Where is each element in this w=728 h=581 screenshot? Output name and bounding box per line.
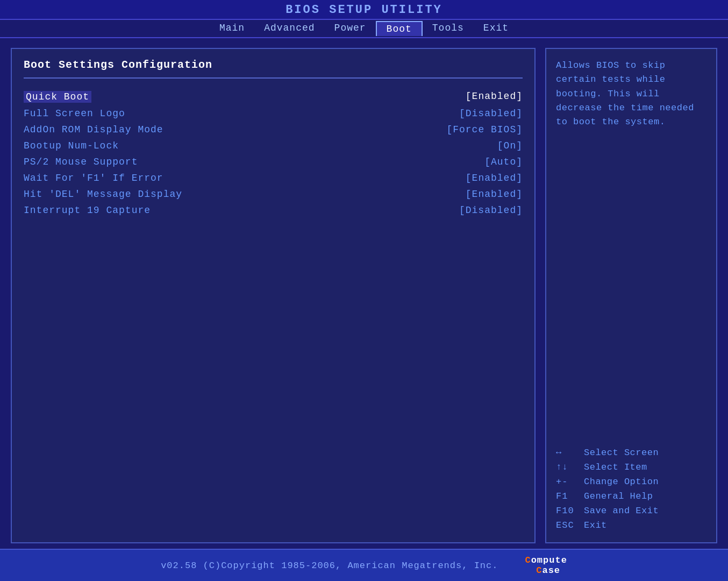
key-hint-row: F10Save and Exit <box>556 504 706 518</box>
setting-value: [Disabled] <box>459 205 523 216</box>
tab-bar[interactable]: MainAdvancedPowerBootToolsExit <box>0 20 728 38</box>
tab-boot[interactable]: Boot <box>376 21 423 36</box>
setting-row[interactable]: PS/2 Mouse Support[Auto] <box>24 154 523 170</box>
setting-value: [Disabled] <box>459 108 523 119</box>
setting-name: Interrupt 19 Capture <box>24 205 151 216</box>
key-symbol: +- <box>556 477 576 487</box>
setting-value: [Enabled] <box>466 189 523 200</box>
setting-name: PS/2 Mouse Support <box>24 157 138 167</box>
setting-name: Wait For 'F1' If Error <box>24 173 163 183</box>
setting-value: [Enabled] <box>466 91 523 103</box>
key-desc: Change Option <box>584 477 659 487</box>
key-symbol: ESC <box>556 520 576 530</box>
setting-value: [Auto] <box>484 157 523 167</box>
section-title: Boot Settings Configuration <box>24 59 523 71</box>
setting-name: Full Screen Logo <box>24 108 125 119</box>
footer-logo: ComputeCase <box>525 555 567 576</box>
divider <box>24 77 523 79</box>
setting-row[interactable]: Bootup Num-Lock[On] <box>24 138 523 154</box>
tab-main[interactable]: Main <box>210 21 254 36</box>
setting-row[interactable]: AddOn ROM Display Mode[Force BIOS] <box>24 122 523 138</box>
setting-value: [On] <box>497 140 523 151</box>
tab-power[interactable]: Power <box>325 21 376 36</box>
key-hints: ↔Select Screen↑↓Select Item+-Change Opti… <box>556 445 706 533</box>
setting-row[interactable]: Wait For 'F1' If Error[Enabled] <box>24 170 523 186</box>
key-hint-row: +-Change Option <box>556 474 706 489</box>
key-hint-row: ↔Select Screen <box>556 445 706 460</box>
key-symbol: ↔ <box>556 448 576 458</box>
setting-value: [Force BIOS] <box>446 124 523 135</box>
setting-name: Bootup Num-Lock <box>24 140 119 151</box>
right-panel: Allows BIOS to skip certain tests while … <box>545 48 717 543</box>
setting-row[interactable]: Full Screen Logo[Disabled] <box>24 105 523 122</box>
setting-name: Quick Boot <box>24 91 91 103</box>
main-content: Boot Settings Configuration Quick Boot[E… <box>0 38 728 549</box>
setting-value: [Enabled] <box>466 173 523 183</box>
setting-row[interactable]: Interrupt 19 Capture[Disabled] <box>24 202 523 218</box>
bios-title: BIOS SETUP UTILITY <box>286 3 442 17</box>
key-desc: Select Screen <box>584 448 659 458</box>
key-desc: Exit <box>584 520 607 530</box>
key-hint-row: ↑↓Select Item <box>556 460 706 474</box>
bios-screen: BIOS SETUP UTILITY MainAdvancedPowerBoot… <box>0 0 728 581</box>
key-hint-row: ESCExit <box>556 518 706 533</box>
key-hint-row: F1General Help <box>556 489 706 504</box>
top-bar: BIOS SETUP UTILITY <box>0 0 728 20</box>
tab-tools[interactable]: Tools <box>423 21 474 36</box>
left-panel: Boot Settings Configuration Quick Boot[E… <box>11 48 536 543</box>
key-desc: Save and Exit <box>584 506 659 516</box>
help-text: Allows BIOS to skip certain tests while … <box>556 59 706 433</box>
setting-row[interactable]: Hit 'DEL' Message Display[Enabled] <box>24 186 523 202</box>
footer-text: v02.58 (C)Copyright 1985-2006, American … <box>161 561 498 571</box>
tab-advanced[interactable]: Advanced <box>254 21 324 36</box>
setting-name: Hit 'DEL' Message Display <box>24 189 182 200</box>
bottom-bar: v02.58 (C)Copyright 1985-2006, American … <box>0 549 728 581</box>
key-symbol: F10 <box>556 506 576 516</box>
key-desc: Select Item <box>584 462 647 472</box>
setting-row[interactable]: Quick Boot[Enabled] <box>24 88 523 105</box>
key-symbol: F1 <box>556 491 576 501</box>
key-desc: General Help <box>584 491 653 501</box>
setting-name: AddOn ROM Display Mode <box>24 124 163 135</box>
settings-table: Quick Boot[Enabled]Full Screen Logo[Disa… <box>24 88 523 218</box>
key-symbol: ↑↓ <box>556 462 576 472</box>
tab-exit[interactable]: Exit <box>474 21 518 36</box>
